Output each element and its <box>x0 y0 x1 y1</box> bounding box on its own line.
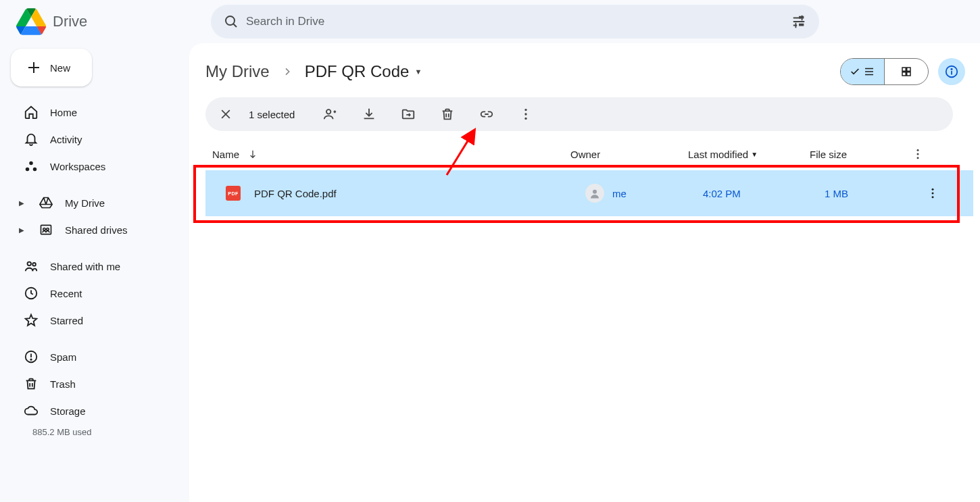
star-icon <box>23 312 39 328</box>
sidebar-item-shared-with-me[interactable]: Shared with me <box>11 253 178 280</box>
column-name[interactable]: Name <box>212 149 570 160</box>
clock-icon <box>23 285 39 301</box>
more-vertical-icon <box>926 186 939 200</box>
sidebar: New Home Activity Workspaces <box>0 43 189 502</box>
pdf-file-icon: PDF <box>226 186 241 201</box>
close-icon <box>219 107 232 121</box>
svg-point-36 <box>932 189 934 191</box>
delete-button[interactable] <box>438 105 457 124</box>
column-modified[interactable]: Last modified ▼ <box>688 149 810 160</box>
file-more-button[interactable] <box>919 186 946 200</box>
column-size[interactable]: File size <box>810 149 904 160</box>
expand-icon[interactable]: ▶ <box>14 195 30 211</box>
svg-rect-20 <box>907 68 910 71</box>
sidebar-item-workspaces[interactable]: Workspaces <box>11 153 178 180</box>
column-settings-button[interactable] <box>904 147 931 161</box>
svg-point-8 <box>43 228 45 230</box>
sidebar-item-trash[interactable]: Trash <box>11 370 178 397</box>
sidebar-label: Shared with me <box>50 261 120 272</box>
new-button[interactable]: New <box>11 49 92 86</box>
page-header: Drive <box>0 0 980 43</box>
list-header-row: Name Owner Last modified ▼ File size <box>205 138 973 170</box>
breadcrumb-parent[interactable]: My Drive <box>205 62 270 81</box>
sidebar-item-storage[interactable]: Storage <box>11 397 178 424</box>
download-button[interactable] <box>360 105 378 124</box>
svg-point-33 <box>917 153 919 155</box>
search-input[interactable] <box>246 15 784 28</box>
sidebar-item-shared-drives[interactable]: ▶ Shared drives <box>11 216 178 243</box>
sidebar-label: Spam <box>50 351 76 363</box>
topbar: My Drive PDF QR Code ▼ <box>205 55 973 88</box>
sort-arrow-down-icon <box>247 149 258 159</box>
sidebar-label: Starred <box>50 315 83 326</box>
breadcrumb-current[interactable]: PDF QR Code ▼ <box>305 62 422 81</box>
svg-point-25 <box>951 69 952 70</box>
selection-toolbar: 1 selected <box>205 97 953 131</box>
sidebar-item-my-drive[interactable]: ▶ My Drive <box>11 189 178 216</box>
file-row[interactable]: PDF PDF QR Code.pdf me 4:02 PM 1 MB <box>205 170 973 216</box>
clear-selection-button[interactable] <box>214 102 238 126</box>
share-button[interactable] <box>320 105 339 124</box>
breadcrumb: My Drive PDF QR Code ▼ <box>205 62 422 81</box>
sidebar-label: Home <box>50 107 77 118</box>
column-owner[interactable]: Owner <box>570 149 688 160</box>
file-modified: 4:02 PM <box>703 188 825 199</box>
drive-icon <box>38 195 54 211</box>
sidebar-label: Workspaces <box>50 161 105 172</box>
move-button[interactable] <box>399 105 418 124</box>
trash-icon <box>23 376 39 392</box>
search-icon[interactable] <box>216 7 246 36</box>
sidebar-item-home[interactable]: Home <box>11 99 178 126</box>
column-size-label: File size <box>810 149 847 160</box>
logo-section[interactable]: Drive <box>11 8 211 35</box>
svg-line-1 <box>233 24 237 27</box>
body-wrapper: New Home Activity Workspaces <box>0 43 980 502</box>
view-details-button[interactable] <box>938 58 965 85</box>
home-icon <box>23 104 39 120</box>
search-bar[interactable] <box>211 5 819 39</box>
more-actions-button[interactable] <box>516 105 535 124</box>
expand-icon[interactable]: ▶ <box>14 222 30 238</box>
download-icon <box>362 107 376 122</box>
view-toggle <box>840 58 929 85</box>
more-vertical-icon <box>518 107 533 122</box>
svg-point-35 <box>593 190 597 194</box>
drive-logo-icon <box>16 8 46 35</box>
svg-point-11 <box>32 263 36 266</box>
file-size: 1 MB <box>825 188 919 199</box>
svg-point-34 <box>917 157 919 159</box>
search-options-icon[interactable] <box>784 7 814 36</box>
svg-rect-21 <box>902 72 906 76</box>
sidebar-item-starred[interactable]: Starred <box>11 307 178 334</box>
product-name: Drive <box>53 13 87 30</box>
svg-point-32 <box>917 149 919 151</box>
svg-point-0 <box>226 16 235 25</box>
caret-down-icon: ▼ <box>751 151 758 158</box>
sidebar-item-activity[interactable]: Activity <box>11 126 178 153</box>
column-owner-label: Owner <box>570 149 600 160</box>
selection-count: 1 selected <box>249 109 295 120</box>
sidebar-label: Storage <box>50 405 86 417</box>
caret-down-icon: ▼ <box>414 68 422 76</box>
list-view-button[interactable] <box>841 59 884 84</box>
sidebar-item-spam[interactable]: Spam <box>11 343 178 370</box>
svg-point-4 <box>29 161 33 166</box>
sidebar-label: Recent <box>50 288 82 299</box>
main-content: My Drive PDF QR Code ▼ <box>189 43 980 502</box>
trash-icon <box>440 107 455 122</box>
check-icon <box>850 66 860 77</box>
grid-view-button[interactable] <box>885 59 928 84</box>
file-name: PDF QR Code.pdf <box>254 188 585 199</box>
sidebar-item-recent[interactable]: Recent <box>11 280 178 307</box>
sidebar-label: Shared drives <box>65 224 128 236</box>
shared-icon <box>23 258 39 274</box>
more-vertical-icon <box>911 147 925 161</box>
chevron-right-icon <box>275 66 299 77</box>
sidebar-label: Activity <box>50 134 82 145</box>
svg-rect-19 <box>902 68 906 71</box>
person-add-icon <box>322 107 337 122</box>
get-link-button[interactable] <box>477 105 496 124</box>
list-view-icon <box>863 66 875 78</box>
person-icon <box>589 187 601 199</box>
file-owner: me <box>585 184 703 203</box>
